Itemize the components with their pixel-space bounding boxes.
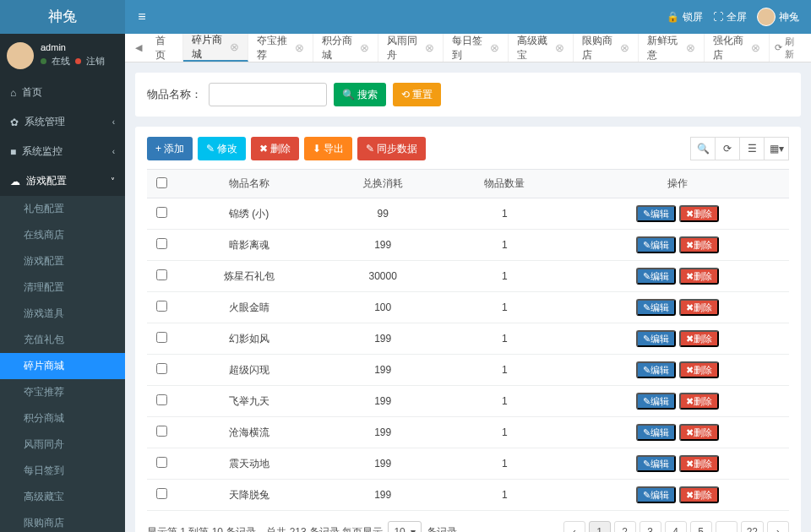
sidebar-sub-item[interactable]: 礼包配置 bbox=[0, 196, 125, 222]
page-button[interactable]: ‹ bbox=[563, 521, 585, 532]
row-checkbox[interactable] bbox=[156, 426, 167, 437]
delete-button[interactable]: ✖删除 bbox=[251, 137, 299, 160]
close-icon[interactable]: ⊗ bbox=[425, 41, 434, 54]
page-button[interactable]: 1 bbox=[589, 521, 611, 532]
tab[interactable]: 新鲜玩意⊗ bbox=[639, 34, 704, 62]
sidebar-sub-item[interactable]: 游戏配置 bbox=[0, 248, 125, 274]
row-delete-button[interactable]: ✖删除 bbox=[679, 424, 719, 441]
edit-button[interactable]: ✎修改 bbox=[198, 137, 246, 160]
page-button[interactable]: 22 bbox=[741, 521, 764, 532]
row-edit-button[interactable]: ✎编辑 bbox=[636, 393, 676, 410]
page-button[interactable]: 5 bbox=[690, 521, 712, 532]
page-button[interactable]: ... bbox=[716, 521, 738, 532]
row-edit-button[interactable]: ✎编辑 bbox=[636, 330, 676, 347]
select-all-checkbox[interactable] bbox=[156, 177, 167, 188]
pager-summary: 显示第 1 到第 10 条记录，总共 213 条记录 每页显示 bbox=[147, 525, 383, 533]
tab[interactable]: 积分商城⊗ bbox=[313, 34, 378, 62]
lock-button[interactable]: 🔒锁屏 bbox=[667, 10, 703, 24]
row-delete-button[interactable]: ✖删除 bbox=[679, 268, 719, 285]
tab-scroll-left[interactable]: ◀ bbox=[130, 34, 147, 62]
row-checkbox[interactable] bbox=[156, 332, 167, 343]
tab[interactable]: 碎片商城⊗ bbox=[183, 34, 248, 62]
search-button[interactable]: 🔍搜索 bbox=[334, 83, 386, 106]
tab[interactable]: 每日签到⊗ bbox=[444, 34, 509, 62]
sidebar-sub-item[interactable]: 每日签到 bbox=[0, 458, 125, 484]
reset-button[interactable]: ⟲重置 bbox=[393, 83, 441, 106]
row-delete-button[interactable]: ✖删除 bbox=[679, 205, 719, 222]
sidebar-sub-item[interactable]: 风雨同舟 bbox=[0, 432, 125, 458]
close-icon[interactable]: ⊗ bbox=[360, 41, 369, 54]
columns-tool-icon[interactable]: ☰ bbox=[739, 137, 765, 160]
brand-logo[interactable]: 神兔 bbox=[0, 0, 125, 34]
close-icon[interactable]: ⊗ bbox=[686, 41, 695, 54]
sidebar-sub-item[interactable]: 充值礼包 bbox=[0, 327, 125, 353]
refresh-tool-icon[interactable]: ⟳ bbox=[715, 137, 740, 160]
menu-toggle-icon[interactable]: ≡ bbox=[125, 9, 159, 24]
tab[interactable]: 高级藏宝⊗ bbox=[509, 34, 574, 62]
fullscreen-button[interactable]: ⛶全屏 bbox=[713, 10, 747, 24]
row-edit-button[interactable]: ✎编辑 bbox=[636, 424, 676, 441]
item-name-input[interactable] bbox=[209, 83, 327, 106]
sync-button[interactable]: ✎同步数据 bbox=[357, 137, 426, 160]
nav-sys[interactable]: ✿系统管理‹ bbox=[0, 107, 125, 137]
row-checkbox[interactable] bbox=[156, 457, 167, 468]
search-tool-icon[interactable]: 🔍 bbox=[690, 137, 716, 160]
sidebar-sub-item[interactable]: 在线商店 bbox=[0, 222, 125, 248]
nav-monitor[interactable]: ■系统监控‹ bbox=[0, 137, 125, 166]
row-checkbox[interactable] bbox=[156, 269, 167, 280]
row-delete-button[interactable]: ✖删除 bbox=[679, 361, 719, 378]
row-edit-button[interactable]: ✎编辑 bbox=[636, 361, 676, 378]
page-button[interactable]: 4 bbox=[665, 521, 687, 532]
add-button[interactable]: +添加 bbox=[147, 137, 193, 160]
row-delete-button[interactable]: ✖删除 bbox=[679, 455, 719, 472]
nav-home[interactable]: ⌂首页 bbox=[0, 78, 125, 107]
row-delete-button[interactable]: ✖删除 bbox=[679, 486, 719, 503]
row-delete-button[interactable]: ✖删除 bbox=[679, 393, 719, 410]
row-checkbox[interactable] bbox=[156, 488, 167, 499]
sidebar-sub-item[interactable]: 限购商店 bbox=[0, 510, 125, 532]
tab[interactable]: 夺宝推荐⊗ bbox=[248, 34, 313, 62]
page-button[interactable]: › bbox=[767, 521, 789, 532]
row-delete-button[interactable]: ✖删除 bbox=[679, 299, 719, 316]
close-icon[interactable]: ⊗ bbox=[751, 41, 760, 54]
row-edit-button[interactable]: ✎编辑 bbox=[636, 205, 676, 222]
row-delete-button[interactable]: ✖删除 bbox=[679, 330, 719, 347]
sidebar-sub-item[interactable]: 碎片商城 bbox=[0, 353, 125, 379]
close-icon[interactable]: ⊗ bbox=[490, 41, 499, 54]
row-checkbox[interactable] bbox=[156, 207, 167, 218]
row-checkbox[interactable] bbox=[156, 394, 167, 405]
header-user[interactable]: 神兔 bbox=[757, 8, 799, 26]
tab[interactable]: 强化商店⊗ bbox=[705, 34, 770, 62]
page-button[interactable]: 3 bbox=[640, 521, 661, 532]
sidebar-sub-item[interactable]: 夺宝推荐 bbox=[0, 379, 125, 405]
logout-link[interactable]: 注销 bbox=[86, 55, 105, 68]
row-checkbox[interactable] bbox=[156, 238, 167, 249]
sidebar-sub-item[interactable]: 高级藏宝 bbox=[0, 484, 125, 510]
cell-qty: 1 bbox=[444, 386, 565, 417]
chevron-left-icon: ‹ bbox=[112, 147, 115, 156]
row-edit-button[interactable]: ✎编辑 bbox=[636, 236, 676, 253]
close-icon[interactable]: ⊗ bbox=[555, 41, 564, 54]
nav-game[interactable]: ☁游戏配置˅ bbox=[0, 166, 125, 196]
sidebar-sub-item[interactable]: 积分商城 bbox=[0, 405, 125, 432]
tab[interactable]: 首页 bbox=[147, 34, 182, 62]
row-delete-button[interactable]: ✖删除 bbox=[679, 236, 719, 253]
page-button[interactable]: 2 bbox=[614, 521, 636, 532]
close-icon[interactable]: ⊗ bbox=[295, 41, 304, 54]
tab[interactable]: 风雨同舟⊗ bbox=[378, 34, 444, 62]
close-icon[interactable]: ⊗ bbox=[230, 41, 239, 53]
row-edit-button[interactable]: ✎编辑 bbox=[636, 268, 676, 285]
row-edit-button[interactable]: ✎编辑 bbox=[636, 455, 676, 472]
grid-tool-icon[interactable]: ▦▾ bbox=[764, 137, 789, 160]
row-edit-button[interactable]: ✎编辑 bbox=[636, 299, 676, 316]
page-size-select[interactable]: 10▾ bbox=[388, 521, 421, 532]
sidebar-sub-item[interactable]: 清理配置 bbox=[0, 274, 125, 301]
close-icon[interactable]: ⊗ bbox=[620, 41, 629, 54]
tabs-refresh[interactable]: ⟳刷新 bbox=[770, 34, 806, 62]
row-checkbox[interactable] bbox=[156, 363, 167, 374]
row-edit-button[interactable]: ✎编辑 bbox=[636, 486, 676, 503]
row-checkbox[interactable] bbox=[156, 301, 167, 312]
export-button[interactable]: ⬇导出 bbox=[304, 137, 352, 160]
sidebar-sub-item[interactable]: 游戏道具 bbox=[0, 301, 125, 327]
tab[interactable]: 限购商店⊗ bbox=[574, 34, 639, 62]
